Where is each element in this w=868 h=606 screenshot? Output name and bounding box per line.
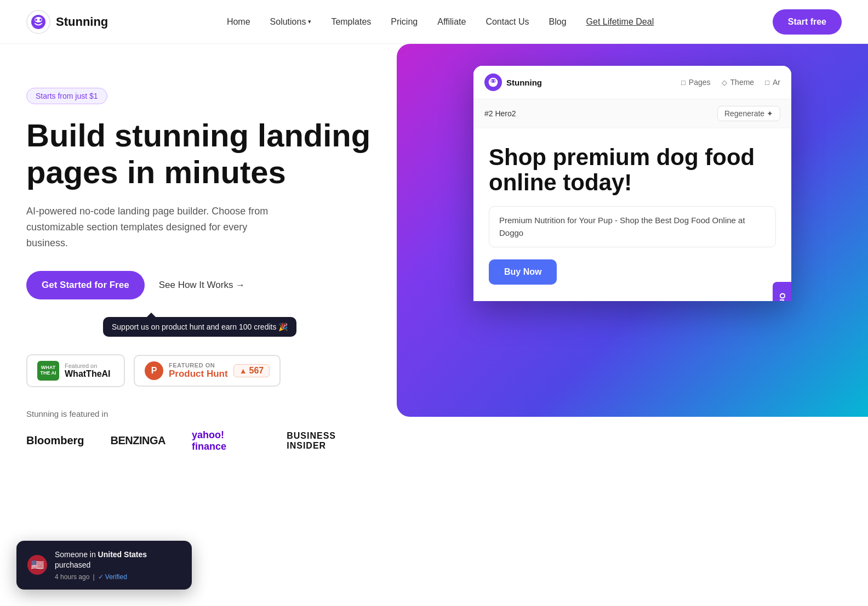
ph-tooltip: Support us on product hunt and earn 100 … [103,317,296,337]
whattheai-featured-label: Featured on [65,363,111,369]
app-mini-logo [484,73,502,91]
nav-links: Home Solutions ▾ Templates Pricing Affil… [227,17,654,27]
businessinsider-logo: BUSINESS INSIDER [287,431,377,451]
app-tab-theme[interactable]: ◇ Theme [722,78,755,87]
see-how-button[interactable]: See How It Works → [153,271,250,299]
chevron-down-icon: ▾ [308,18,311,25]
svg-point-3 [39,19,42,21]
whattheai-logo: WHAT THE AI [37,361,59,381]
svg-point-2 [35,19,37,21]
benzinga-logo: BENZINGA [111,434,165,447]
app-section-bar: #2 Hero2 Regenerate ✦ [473,99,791,128]
whattheai-badge[interactable]: WHAT THE AI Featured on WhatTheAI [26,354,125,387]
toast-main-text: Someone in United States purchased [55,550,181,571]
nav-home[interactable]: Home [227,17,250,27]
nav-pricing[interactable]: Pricing [391,17,418,27]
featured-logos: Bloomberg BENZINGA yahoo! finance BUSINE… [26,429,377,452]
app-content-wrapper: Shop premium dog food online today! Prem… [473,128,791,301]
section-name-label: #2 Hero2 [484,109,516,118]
get-started-button[interactable]: Get Started for Free [26,271,145,299]
ph-arrow-icon: ▲ [239,366,247,375]
app-tab-pages[interactable]: □ Pages [681,78,711,87]
brand-name: Stunning [56,15,108,29]
hero-title: Build stunning landing pages in minutes [26,117,377,190]
toast-action: purchased [55,560,90,569]
ph-featured-label: FEATURED ON [169,362,228,369]
app-topbar: Stunning □ Pages ◇ Theme □ Ar [473,66,791,99]
navbar: Stunning Home Solutions ▾ Templates Pric… [0,0,868,44]
whattheai-name: WhatTheAI [65,369,111,379]
country-flag: 🇺🇸 [27,555,47,575]
price-badge: Starts from just $1 [26,88,107,104]
svg-point-6 [491,80,493,82]
nav-contact[interactable]: Contact Us [486,17,529,27]
purchase-toast: 🇺🇸 Someone in United States purchased 4 … [16,541,192,590]
featured-in-label: Stunning is featured in [26,409,377,418]
nav-blog[interactable]: Blog [549,17,567,27]
toast-meta: 4 hours ago | ✓ Verified [55,573,181,581]
app-preview-container: Stunning □ Pages ◇ Theme □ Ar [397,44,868,417]
social-badges: WHAT THE AI Featured on WhatTheAI P FEAT… [26,354,377,387]
hero-section: Starts from just $1 Build stunning landi… [0,44,868,452]
hero-buttons: Get Started for Free See How It Works → [26,271,377,299]
regenerate-button[interactable]: Regenerate ✦ [717,106,780,121]
nav-solutions[interactable]: Solutions ▾ [270,17,312,27]
logo-icon [26,10,50,34]
toast-time: 4 hours ago [55,573,89,581]
ar-icon: □ [765,78,769,87]
app-buy-button[interactable]: Buy Now [489,259,557,285]
yahoo-logo: yahoo! finance [192,429,260,452]
app-tab-ar[interactable]: □ Ar [765,78,780,87]
toast-text-content: Someone in United States purchased 4 hou… [55,550,181,581]
hero-left-content: Starts from just $1 Build stunning landi… [26,77,377,452]
nav-lifetime-deal[interactable]: Get Lifetime Deal [586,17,654,27]
producthunt-logo: P [145,361,163,380]
brand-logo[interactable]: Stunning [26,10,108,34]
toast-country: United States [98,550,147,559]
producthunt-badge[interactable]: P FEATURED ON Product Hunt ▲ 567 [134,355,281,387]
app-tabs: □ Pages ◇ Theme □ Ar [681,78,780,87]
nav-affiliate[interactable]: Affiliate [437,17,466,27]
app-content: Shop premium dog food online today! Prem… [473,128,791,301]
ph-name: Product Hunt [169,369,228,380]
app-logo-area: Stunning [484,73,542,91]
app-preview-bg: Stunning □ Pages ◇ Theme □ Ar [397,44,868,417]
pages-icon: □ [681,78,686,87]
bloomberg-logo: Bloomberg [26,434,84,447]
app-demo-description: Premium Nutrition for Your Pup - Shop th… [489,206,776,247]
app-window: Stunning □ Pages ◇ Theme □ Ar [473,66,791,301]
verified-icon: ✓ Verified [98,573,127,581]
start-free-button[interactable]: Start free [773,9,842,35]
online-sidebar-button[interactable]: Online [773,282,791,301]
svg-point-7 [494,80,495,82]
theme-icon: ◇ [722,78,727,87]
hero-subtitle: AI-powered no-code landing page builder.… [26,203,278,251]
app-demo-title: Shop premium dog food online today! [489,145,776,195]
ph-vote-count: ▲ 567 [233,364,270,377]
nav-templates[interactable]: Templates [331,17,371,27]
app-brand-name: Stunning [506,78,542,87]
